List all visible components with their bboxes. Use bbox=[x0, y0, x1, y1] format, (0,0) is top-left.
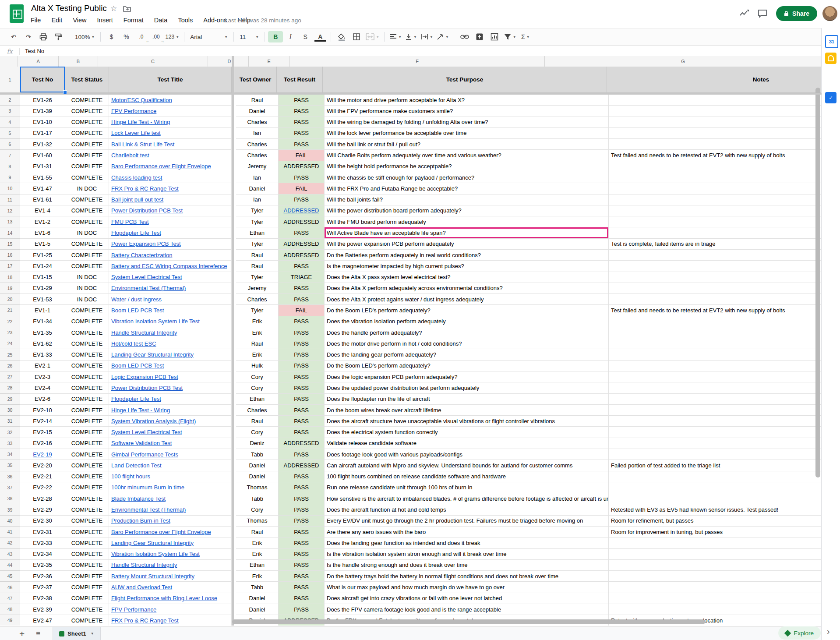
cell-test-title[interactable]: FRX Pro & RC Range Test bbox=[109, 183, 232, 194]
row-number[interactable]: 10 bbox=[0, 183, 20, 194]
cell-test-purpose-collaborator-selected[interactable]: Will Active Blade have an acceptable lif… bbox=[325, 227, 609, 238]
cell-test-owner[interactable]: Cory bbox=[236, 382, 279, 393]
test-title-link[interactable]: Baro Performance over Flight Envelope bbox=[111, 529, 211, 535]
borders-icon[interactable] bbox=[349, 31, 364, 42]
cell-notes[interactable] bbox=[609, 560, 822, 571]
cell-notes[interactable]: Room for refinement, but passes bbox=[609, 516, 822, 527]
row-number[interactable]: 21 bbox=[0, 305, 20, 316]
cell-test-owner[interactable]: Erik bbox=[236, 327, 279, 338]
cell-test-status[interactable]: COMPLETE bbox=[65, 194, 109, 205]
cell-test-purpose[interactable]: Is the handle strong enough and does it … bbox=[325, 560, 609, 571]
column-title-cell[interactable]: Test Owner bbox=[234, 67, 277, 93]
cell-test-owner[interactable]: Charles bbox=[236, 150, 279, 161]
row-number[interactable]: 39 bbox=[0, 504, 20, 515]
cell-test-title[interactable]: Power Distribution PCB Test bbox=[109, 382, 232, 393]
cell-test-result[interactable]: PASS bbox=[279, 382, 325, 393]
test-title-link[interactable]: Logic Expansion PCB Test bbox=[111, 374, 178, 380]
cell-test-status[interactable]: COMPLETE bbox=[65, 316, 109, 327]
cell-test-status[interactable]: IN DOC bbox=[65, 272, 109, 283]
formula-input[interactable]: Test No bbox=[20, 48, 44, 54]
cell-test-result[interactable]: PASS bbox=[279, 449, 325, 460]
row-number[interactable]: 15 bbox=[0, 239, 20, 250]
cell-test-purpose[interactable]: Will the power expansion PCB perform ade… bbox=[325, 239, 609, 250]
cell-test-no[interactable]: EV2-38 bbox=[20, 593, 65, 604]
cell-test-result[interactable]: FAIL bbox=[279, 305, 325, 316]
cell-test-title[interactable]: Chassis loading test bbox=[109, 172, 232, 183]
cell-test-title[interactable]: Water / dust ingress bbox=[109, 294, 232, 305]
column-title-cell[interactable]: Test Result bbox=[277, 67, 323, 93]
cell-test-no[interactable]: EV1-47 bbox=[20, 183, 65, 194]
test-title-link[interactable]: FRX Pro & RC Range Test bbox=[111, 185, 179, 192]
cell-test-purpose[interactable]: Validate release candidate software bbox=[325, 438, 609, 449]
row-number[interactable]: 9 bbox=[0, 172, 20, 183]
cell-notes[interactable] bbox=[609, 416, 822, 427]
cell-notes[interactable] bbox=[609, 482, 822, 493]
cell-test-status[interactable]: COMPLETE bbox=[65, 604, 109, 615]
cell-notes[interactable] bbox=[609, 593, 822, 604]
test-title-link[interactable]: FPV Performance bbox=[111, 606, 156, 613]
cell-test-status[interactable]: IN DOC bbox=[65, 294, 109, 305]
cell-test-title[interactable]: Battery Mount Structural Integrity bbox=[109, 571, 232, 582]
cell-test-purpose[interactable]: Does the FPV camera footage look good an… bbox=[325, 604, 609, 615]
cell-test-no[interactable]: EV1-53 bbox=[20, 294, 65, 305]
star-icon[interactable]: ☆ bbox=[110, 4, 117, 13]
cell-test-purpose[interactable]: Do the Boom LED's perform adequately? bbox=[325, 305, 609, 316]
cell-test-result[interactable]: PASS bbox=[279, 471, 325, 482]
cell-notes[interactable] bbox=[609, 582, 822, 593]
cell-test-no[interactable]: EV2-22 bbox=[20, 482, 65, 493]
row-number[interactable]: 30 bbox=[0, 405, 20, 416]
cell-test-result[interactable]: ADDRESSED bbox=[279, 460, 325, 471]
cell-test-owner[interactable]: Erik bbox=[236, 549, 279, 560]
row-number[interactable]: 31 bbox=[0, 416, 20, 427]
cell-notes[interactable] bbox=[609, 571, 822, 582]
cell-test-status[interactable]: COMPLETE bbox=[65, 615, 109, 626]
sheet-tab-menu-icon[interactable]: ▼ bbox=[91, 632, 94, 636]
cell-test-owner[interactable]: Jeremy bbox=[236, 283, 279, 294]
text-rotation-icon[interactable]: ▼ bbox=[435, 31, 451, 42]
row-number[interactable]: 43 bbox=[0, 549, 20, 560]
cell-test-owner[interactable]: Raul bbox=[236, 527, 279, 537]
cell-test-purpose[interactable]: Every EV/DV unit must go through the 2 h… bbox=[325, 516, 609, 527]
cell-test-no[interactable]: EV2-19 bbox=[20, 449, 65, 460]
row-number[interactable]: 38 bbox=[0, 493, 20, 504]
cell-test-result[interactable]: ADDRESSED bbox=[279, 216, 325, 227]
cell-test-result[interactable]: PASS bbox=[279, 227, 325, 238]
test-title-link[interactable]: Power Distribution PCB Test bbox=[111, 207, 183, 214]
cell-test-result[interactable]: PASS bbox=[279, 338, 325, 349]
cell-test-no[interactable]: EV2-39 bbox=[20, 604, 65, 615]
cell-test-title[interactable]: Baro Performance over Flight Envelope bbox=[109, 161, 232, 172]
cell-test-owner[interactable]: Ethan bbox=[236, 560, 279, 571]
font-size-select[interactable]: 11▼ bbox=[237, 34, 261, 40]
cell-test-owner[interactable]: Raul bbox=[236, 250, 279, 261]
cell-test-status[interactable]: COMPLETE bbox=[65, 161, 109, 172]
cell-test-title[interactable]: Battery and ESC Wiring Compass Interefen… bbox=[109, 261, 232, 272]
cell-test-status[interactable]: COMPLETE bbox=[65, 427, 109, 438]
cell-test-purpose[interactable]: Do the Batteries perform adequately in r… bbox=[325, 250, 609, 261]
row-number[interactable]: 16 bbox=[0, 250, 20, 261]
font-family-select[interactable]: Arial▼ bbox=[187, 34, 230, 40]
row-number[interactable]: 12 bbox=[0, 205, 20, 216]
cell-test-no[interactable]: EV2-1 bbox=[20, 361, 65, 371]
cell-test-status[interactable]: COMPLETE bbox=[65, 582, 109, 593]
test-title-link[interactable]: Hinge Life Test - Wiring bbox=[111, 407, 170, 414]
cell-test-owner[interactable]: Tyler bbox=[236, 239, 279, 250]
cell-test-title[interactable]: FPV Performance bbox=[109, 604, 232, 615]
cell-notes[interactable] bbox=[609, 382, 822, 393]
cell-test-owner[interactable]: Deniz bbox=[236, 438, 279, 449]
cell-test-status[interactable]: COMPLETE bbox=[65, 239, 109, 250]
cell-notes[interactable] bbox=[609, 327, 822, 338]
horizontal-align-icon[interactable]: ▼ bbox=[388, 31, 403, 42]
cell-test-no[interactable]: EV1-15 bbox=[20, 272, 65, 283]
cell-test-title[interactable]: Boom LED PCB Test bbox=[109, 305, 232, 316]
test-title-link[interactable]: Lock Lever Life test bbox=[111, 130, 161, 136]
cell-test-status[interactable]: COMPLETE bbox=[65, 405, 109, 416]
cell-test-title[interactable]: FRX Pro & RC Range Test bbox=[109, 615, 232, 626]
cell-notes[interactable] bbox=[609, 493, 822, 504]
cell-test-title[interactable]: 100 flight hours bbox=[109, 471, 232, 482]
row-number[interactable]: 45 bbox=[0, 571, 20, 582]
cell-test-title[interactable]: Flight Performance with Ring Lever Loose bbox=[109, 593, 232, 604]
cell-test-status[interactable]: COMPLETE bbox=[65, 250, 109, 261]
cell-test-no[interactable]: EV1-2 bbox=[20, 216, 65, 227]
cell-test-purpose[interactable]: Will the wiring be damaged by folding / … bbox=[325, 117, 609, 128]
row-number[interactable]: 13 bbox=[0, 216, 20, 227]
